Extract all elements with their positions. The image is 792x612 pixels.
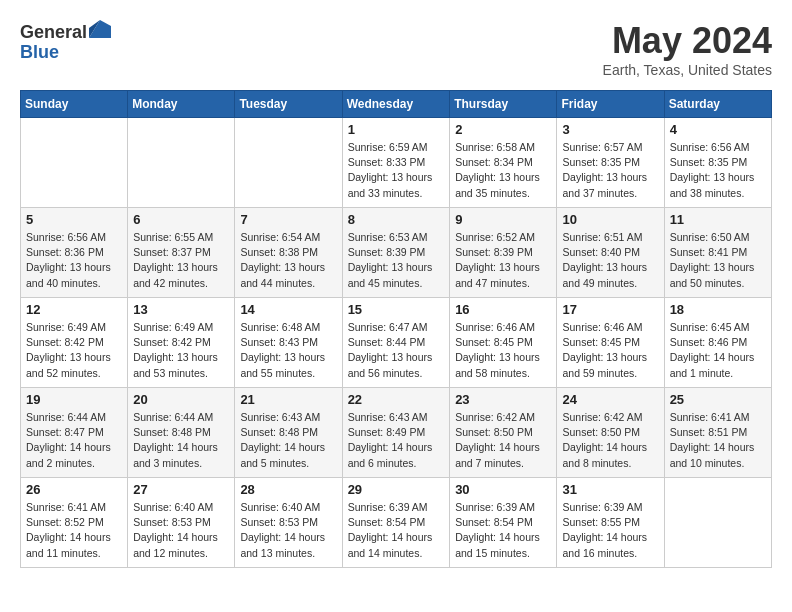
day-info: Sunrise: 6:40 AMSunset: 8:53 PMDaylight:… (133, 500, 229, 561)
day-info: Sunrise: 6:58 AMSunset: 8:34 PMDaylight:… (455, 140, 551, 201)
calendar-cell (21, 118, 128, 208)
calendar-header-row: SundayMondayTuesdayWednesdayThursdayFrid… (21, 91, 772, 118)
calendar-cell: 13Sunrise: 6:49 AMSunset: 8:42 PMDayligh… (128, 298, 235, 388)
day-number: 28 (240, 482, 336, 497)
calendar-cell: 14Sunrise: 6:48 AMSunset: 8:43 PMDayligh… (235, 298, 342, 388)
day-info: Sunrise: 6:46 AMSunset: 8:45 PMDaylight:… (562, 320, 658, 381)
day-info: Sunrise: 6:43 AMSunset: 8:49 PMDaylight:… (348, 410, 445, 471)
day-info: Sunrise: 6:41 AMSunset: 8:51 PMDaylight:… (670, 410, 766, 471)
day-info: Sunrise: 6:50 AMSunset: 8:41 PMDaylight:… (670, 230, 766, 291)
calendar-cell: 25Sunrise: 6:41 AMSunset: 8:51 PMDayligh… (664, 388, 771, 478)
calendar-cell: 7Sunrise: 6:54 AMSunset: 8:38 PMDaylight… (235, 208, 342, 298)
calendar-cell: 26Sunrise: 6:41 AMSunset: 8:52 PMDayligh… (21, 478, 128, 568)
day-number: 24 (562, 392, 658, 407)
calendar-cell: 8Sunrise: 6:53 AMSunset: 8:39 PMDaylight… (342, 208, 450, 298)
day-number: 25 (670, 392, 766, 407)
day-info: Sunrise: 6:44 AMSunset: 8:48 PMDaylight:… (133, 410, 229, 471)
calendar-cell: 23Sunrise: 6:42 AMSunset: 8:50 PMDayligh… (450, 388, 557, 478)
title-area: May 2024 Earth, Texas, United States (603, 20, 772, 78)
day-number: 16 (455, 302, 551, 317)
day-number: 4 (670, 122, 766, 137)
calendar-day-header: Saturday (664, 91, 771, 118)
calendar-table: SundayMondayTuesdayWednesdayThursdayFrid… (20, 90, 772, 568)
day-number: 8 (348, 212, 445, 227)
day-info: Sunrise: 6:56 AMSunset: 8:36 PMDaylight:… (26, 230, 122, 291)
logo: General Blue (20, 20, 111, 63)
calendar-week-row: 12Sunrise: 6:49 AMSunset: 8:42 PMDayligh… (21, 298, 772, 388)
day-info: Sunrise: 6:45 AMSunset: 8:46 PMDaylight:… (670, 320, 766, 381)
day-number: 30 (455, 482, 551, 497)
calendar-cell: 21Sunrise: 6:43 AMSunset: 8:48 PMDayligh… (235, 388, 342, 478)
logo-blue-text: Blue (20, 42, 59, 62)
calendar-cell: 3Sunrise: 6:57 AMSunset: 8:35 PMDaylight… (557, 118, 664, 208)
logo-icon (89, 20, 111, 38)
day-info: Sunrise: 6:48 AMSunset: 8:43 PMDaylight:… (240, 320, 336, 381)
day-number: 14 (240, 302, 336, 317)
day-number: 11 (670, 212, 766, 227)
calendar-week-row: 5Sunrise: 6:56 AMSunset: 8:36 PMDaylight… (21, 208, 772, 298)
calendar-cell: 29Sunrise: 6:39 AMSunset: 8:54 PMDayligh… (342, 478, 450, 568)
calendar-day-header: Monday (128, 91, 235, 118)
calendar-cell: 28Sunrise: 6:40 AMSunset: 8:53 PMDayligh… (235, 478, 342, 568)
calendar-week-row: 1Sunrise: 6:59 AMSunset: 8:33 PMDaylight… (21, 118, 772, 208)
location: Earth, Texas, United States (603, 62, 772, 78)
day-info: Sunrise: 6:47 AMSunset: 8:44 PMDaylight:… (348, 320, 445, 381)
day-info: Sunrise: 6:49 AMSunset: 8:42 PMDaylight:… (26, 320, 122, 381)
calendar-cell: 20Sunrise: 6:44 AMSunset: 8:48 PMDayligh… (128, 388, 235, 478)
day-info: Sunrise: 6:39 AMSunset: 8:54 PMDaylight:… (348, 500, 445, 561)
day-number: 10 (562, 212, 658, 227)
day-info: Sunrise: 6:42 AMSunset: 8:50 PMDaylight:… (455, 410, 551, 471)
day-number: 27 (133, 482, 229, 497)
page-header: General Blue May 2024 Earth, Texas, Unit… (20, 20, 772, 78)
calendar-cell: 22Sunrise: 6:43 AMSunset: 8:49 PMDayligh… (342, 388, 450, 478)
day-number: 26 (26, 482, 122, 497)
calendar-cell: 17Sunrise: 6:46 AMSunset: 8:45 PMDayligh… (557, 298, 664, 388)
calendar-cell: 4Sunrise: 6:56 AMSunset: 8:35 PMDaylight… (664, 118, 771, 208)
calendar-cell: 6Sunrise: 6:55 AMSunset: 8:37 PMDaylight… (128, 208, 235, 298)
calendar-cell: 19Sunrise: 6:44 AMSunset: 8:47 PMDayligh… (21, 388, 128, 478)
calendar-cell: 2Sunrise: 6:58 AMSunset: 8:34 PMDaylight… (450, 118, 557, 208)
calendar-cell: 16Sunrise: 6:46 AMSunset: 8:45 PMDayligh… (450, 298, 557, 388)
day-number: 3 (562, 122, 658, 137)
calendar-day-header: Tuesday (235, 91, 342, 118)
day-info: Sunrise: 6:51 AMSunset: 8:40 PMDaylight:… (562, 230, 658, 291)
day-number: 13 (133, 302, 229, 317)
month-title: May 2024 (603, 20, 772, 62)
day-number: 18 (670, 302, 766, 317)
day-number: 19 (26, 392, 122, 407)
day-number: 31 (562, 482, 658, 497)
day-info: Sunrise: 6:39 AMSunset: 8:54 PMDaylight:… (455, 500, 551, 561)
day-number: 1 (348, 122, 445, 137)
day-info: Sunrise: 6:42 AMSunset: 8:50 PMDaylight:… (562, 410, 658, 471)
calendar-cell: 31Sunrise: 6:39 AMSunset: 8:55 PMDayligh… (557, 478, 664, 568)
calendar-cell: 12Sunrise: 6:49 AMSunset: 8:42 PMDayligh… (21, 298, 128, 388)
day-number: 9 (455, 212, 551, 227)
calendar-day-header: Wednesday (342, 91, 450, 118)
day-number: 20 (133, 392, 229, 407)
calendar-day-header: Sunday (21, 91, 128, 118)
day-number: 12 (26, 302, 122, 317)
calendar-cell: 5Sunrise: 6:56 AMSunset: 8:36 PMDaylight… (21, 208, 128, 298)
calendar-cell: 15Sunrise: 6:47 AMSunset: 8:44 PMDayligh… (342, 298, 450, 388)
day-number: 17 (562, 302, 658, 317)
day-number: 15 (348, 302, 445, 317)
calendar-day-header: Friday (557, 91, 664, 118)
calendar-cell (235, 118, 342, 208)
day-info: Sunrise: 6:41 AMSunset: 8:52 PMDaylight:… (26, 500, 122, 561)
calendar-cell: 24Sunrise: 6:42 AMSunset: 8:50 PMDayligh… (557, 388, 664, 478)
day-number: 6 (133, 212, 229, 227)
logo-general-text: General (20, 22, 87, 42)
day-number: 2 (455, 122, 551, 137)
calendar-cell (128, 118, 235, 208)
calendar-cell: 11Sunrise: 6:50 AMSunset: 8:41 PMDayligh… (664, 208, 771, 298)
day-info: Sunrise: 6:54 AMSunset: 8:38 PMDaylight:… (240, 230, 336, 291)
calendar-cell: 18Sunrise: 6:45 AMSunset: 8:46 PMDayligh… (664, 298, 771, 388)
day-number: 29 (348, 482, 445, 497)
day-info: Sunrise: 6:40 AMSunset: 8:53 PMDaylight:… (240, 500, 336, 561)
day-info: Sunrise: 6:44 AMSunset: 8:47 PMDaylight:… (26, 410, 122, 471)
day-number: 22 (348, 392, 445, 407)
calendar-week-row: 26Sunrise: 6:41 AMSunset: 8:52 PMDayligh… (21, 478, 772, 568)
calendar-cell: 9Sunrise: 6:52 AMSunset: 8:39 PMDaylight… (450, 208, 557, 298)
day-info: Sunrise: 6:46 AMSunset: 8:45 PMDaylight:… (455, 320, 551, 381)
day-info: Sunrise: 6:52 AMSunset: 8:39 PMDaylight:… (455, 230, 551, 291)
